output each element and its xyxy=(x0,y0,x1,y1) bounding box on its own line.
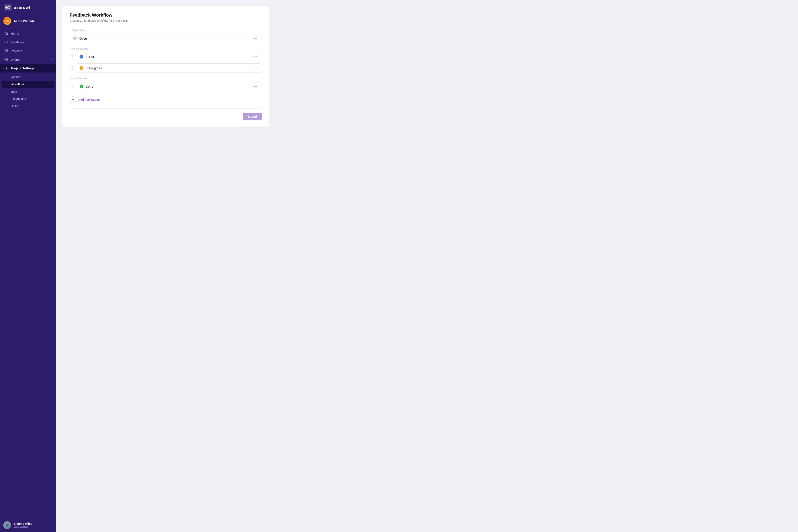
svg-rect-15 xyxy=(5,50,6,52)
default-status-section: Default Status Open xyxy=(70,28,262,43)
sidebar-item-projects[interactable]: Projects xyxy=(0,46,56,55)
svg-rect-14 xyxy=(5,41,8,43)
svg-rect-16 xyxy=(6,50,8,51)
user-role: View settings xyxy=(14,525,53,528)
widget-chevron-icon: › xyxy=(51,58,52,61)
in-progress-status-dot xyxy=(79,66,83,70)
add-status-icon: + xyxy=(70,96,76,103)
svg-rect-11 xyxy=(6,20,7,22)
done-status-item: Done xyxy=(76,82,262,91)
todo-drag-handle[interactable] xyxy=(70,54,74,59)
svg-rect-17 xyxy=(6,51,8,52)
sidebar: userowl Acme Website ⌃ ˅ Home xyxy=(0,0,56,532)
add-status-button[interactable]: + Add new status xyxy=(70,95,262,104)
sidebar-item-widget[interactable]: Widget › xyxy=(0,55,56,64)
active-statuses-section: Active Statuses TO DO xyxy=(70,47,262,73)
default-status-row: Open xyxy=(70,34,262,43)
default-status-label: Default Status xyxy=(70,28,262,32)
owl-logo-icon xyxy=(4,4,12,11)
sidebar-nav: Home Feedback Projects xyxy=(0,27,56,518)
default-status-item: Open xyxy=(70,34,262,43)
done-status-dot xyxy=(79,84,83,88)
done-drag-handle[interactable] xyxy=(70,84,74,89)
widget-icon xyxy=(4,57,8,61)
todo-status-item: TO DO xyxy=(76,52,262,61)
done-statuses-section: Done Statuses Done xyxy=(70,77,262,91)
main-content: Feedback Workflow Customize feedback wor… xyxy=(56,0,798,532)
active-statuses-label: Active Statuses xyxy=(70,47,262,50)
sidebar-item-home-label: Home xyxy=(11,32,52,35)
done-statuses-label: Done Statuses xyxy=(70,77,262,80)
open-status-more-button[interactable] xyxy=(252,37,258,40)
subnav-general-label: General xyxy=(11,75,21,78)
done-status-name: Done xyxy=(86,85,252,88)
logo-text: userowl xyxy=(14,5,30,10)
svg-rect-18 xyxy=(5,58,6,59)
svg-point-6 xyxy=(9,7,10,8)
svg-point-10 xyxy=(4,18,10,24)
open-status-dot xyxy=(73,36,77,40)
subnav-item-general[interactable]: General xyxy=(0,73,56,80)
page-title: Feedback Workflow xyxy=(70,13,262,18)
sidebar-item-projects-label: Projects xyxy=(11,49,52,53)
add-status-label: Add new status xyxy=(78,98,100,101)
todo-status-name: TO DO xyxy=(86,55,252,59)
in-progress-status-more-button[interactable] xyxy=(252,67,258,69)
feedback-icon xyxy=(4,40,8,44)
subnav-delete-label: Delete xyxy=(11,104,19,108)
project-name: Acme Website xyxy=(14,19,46,23)
project-avatar xyxy=(3,17,11,25)
save-button[interactable]: Saved xyxy=(243,113,262,120)
user-profile[interactable]: 👤 Simone Miles View settings xyxy=(0,518,56,532)
project-selector[interactable]: Acme Website ⌃ ˅ xyxy=(0,15,56,27)
content-card: Feedback Workflow Customize feedback wor… xyxy=(62,6,269,127)
in-progress-status-item: In Progress xyxy=(76,63,262,73)
project-settings-chevron-icon: ˅ xyxy=(51,67,52,70)
todo-status-more-button[interactable] xyxy=(252,56,258,58)
in-progress-status-row: In Progress xyxy=(70,63,262,73)
svg-point-5 xyxy=(6,7,7,8)
in-progress-drag-handle[interactable] xyxy=(70,65,74,71)
subnav-tags-label: Tags xyxy=(11,90,17,93)
done-status-row: Done xyxy=(70,82,262,91)
open-status-name: Open xyxy=(79,37,252,40)
in-progress-status-name: In Progress xyxy=(86,66,252,70)
sidebar-item-feedback[interactable]: Feedback xyxy=(0,38,56,46)
done-status-more-button[interactable] xyxy=(252,85,258,88)
logo: userowl xyxy=(0,0,56,15)
svg-point-22 xyxy=(5,68,7,69)
user-name: Simone Miles xyxy=(14,522,53,525)
user-info: Simone Miles View settings xyxy=(14,522,53,528)
todo-status-dot xyxy=(79,55,83,59)
svg-rect-21 xyxy=(6,60,8,61)
subnav-item-tags[interactable]: Tags xyxy=(0,88,56,95)
subnav-workflow-label: Workflow xyxy=(11,83,24,86)
settings-icon xyxy=(4,66,8,70)
subnav-item-workflow[interactable]: Workflow xyxy=(2,81,54,88)
svg-rect-12 xyxy=(7,20,8,22)
subnav-item-delete[interactable]: Delete xyxy=(0,102,56,109)
svg-rect-13 xyxy=(5,34,7,35)
sidebar-item-project-settings-label: Project Settings xyxy=(11,66,48,70)
page-subtitle: Customize feedback workflow for this pro… xyxy=(70,19,262,22)
project-chevron-icon: ⌃ ˅ xyxy=(49,19,53,22)
todo-status-row: TO DO xyxy=(70,52,262,61)
card-footer: Saved xyxy=(70,108,262,120)
projects-icon xyxy=(4,49,8,53)
svg-rect-19 xyxy=(6,58,8,59)
sidebar-item-home[interactable]: Home xyxy=(0,29,56,38)
subnav-integrations-label: Integrations xyxy=(11,97,26,100)
sidebar-item-feedback-label: Feedback xyxy=(11,40,52,44)
home-icon xyxy=(4,31,8,35)
sidebar-item-project-settings[interactable]: Project Settings ˅ xyxy=(0,64,56,73)
sidebar-item-widget-label: Widget xyxy=(11,58,49,61)
subnav-item-integrations[interactable]: Integrations xyxy=(0,95,56,102)
project-settings-subnav: General Workflow Tags Integrations Delet… xyxy=(0,73,56,110)
svg-rect-20 xyxy=(5,60,6,61)
user-avatar: 👤 xyxy=(3,521,11,529)
